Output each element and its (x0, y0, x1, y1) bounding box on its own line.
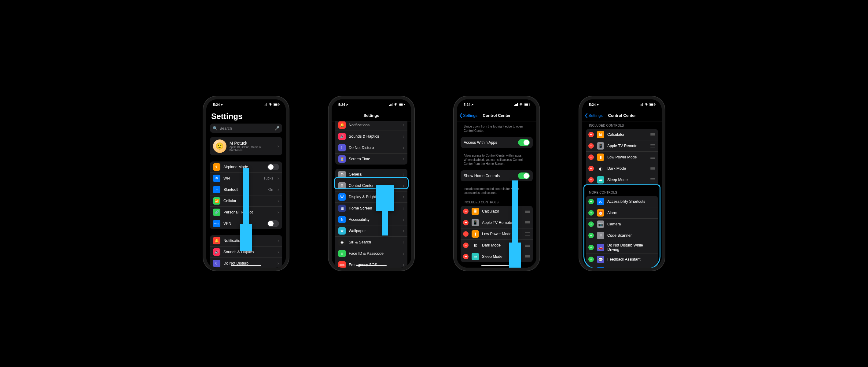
drag-handle-icon[interactable] (525, 232, 530, 235)
control-item[interactable]: −▮Low Power Mode (586, 152, 658, 163)
chevron-icon: › (278, 209, 279, 215)
profile-name: M Potuck (229, 141, 275, 146)
row-label: VPN (223, 221, 265, 226)
home-indicator[interactable] (356, 265, 386, 266)
list-item[interactable]: ⌁BluetoothOn› (210, 184, 282, 195)
control-item[interactable]: −▮Low Power Mode (461, 228, 533, 240)
add-button[interactable]: + (588, 257, 594, 262)
control-item[interactable]: +🔦Flashlight (586, 265, 658, 267)
control-item[interactable]: −🛏Sleep Mode (586, 174, 658, 185)
search-input[interactable]: 🔍 Search 🎤 (210, 123, 282, 133)
add-button[interactable]: + (588, 221, 594, 227)
remove-button[interactable]: − (463, 208, 468, 214)
drag-handle-icon[interactable] (525, 210, 530, 213)
add-button[interactable]: + (588, 210, 594, 216)
add-button[interactable]: + (588, 245, 594, 250)
remove-button[interactable]: − (463, 231, 468, 237)
remove-button[interactable]: − (588, 132, 594, 137)
row-show-home-controls[interactable]: Show Home Controls (461, 170, 533, 181)
row-label: Feedback Assistant (607, 257, 656, 261)
add-button[interactable]: + (588, 199, 594, 204)
control-item[interactable]: +🚗Do Not Disturb While Driving (586, 241, 658, 254)
row-label: Do Not Disturb (349, 146, 400, 150)
list-item[interactable]: 🔔Notifications› (335, 121, 407, 131)
home-indicator[interactable] (231, 265, 261, 266)
list-item[interactable]: 🔔Notifications› (210, 235, 282, 247)
control-item[interactable]: −📱Apple TV Remote (461, 217, 533, 228)
nav-back-button[interactable]: Settings (585, 110, 603, 121)
control-item[interactable]: −📱Apple TV Remote (586, 140, 658, 152)
list-item[interactable]: 🔊Sounds & Haptics› (335, 131, 407, 142)
home-indicator[interactable] (482, 265, 512, 266)
chevron-icon: › (278, 249, 279, 255)
remove-button[interactable]: − (588, 177, 594, 182)
app-icon: 🔗 (213, 208, 220, 216)
list-item[interactable]: 🔊Sounds & Haptics› (210, 247, 282, 258)
desc-home: Include recommended controls for Home ac… (459, 186, 534, 199)
toggle[interactable] (268, 220, 279, 227)
app-icon: ☾ (338, 144, 346, 151)
add-button[interactable]: + (588, 233, 594, 238)
remove-button[interactable]: − (463, 220, 468, 225)
control-item[interactable]: −🖩Calculator (461, 206, 533, 217)
list-item[interactable]: ✈︎Airplane Mode (210, 162, 282, 173)
control-item[interactable]: −🛏Sleep Mode (461, 251, 533, 262)
toggle[interactable] (268, 164, 279, 170)
control-item[interactable]: −🖩Calculator (586, 129, 658, 140)
app-icon: 🔊 (338, 133, 346, 140)
drag-handle-icon[interactable] (525, 221, 530, 224)
drag-handle-icon[interactable] (525, 244, 530, 247)
control-icon: 🖩 (472, 208, 479, 215)
toggle-access-within-apps[interactable] (518, 139, 530, 146)
list-item[interactable]: 🔗Personal Hotspot› (210, 207, 282, 218)
svg-rect-1 (274, 104, 278, 106)
remove-button[interactable]: − (588, 166, 594, 171)
list-item[interactable]: ⏳Screen Time› (335, 153, 407, 165)
control-item[interactable]: −◐Dark Mode (461, 240, 533, 251)
list-item[interactable]: ⚙︎General› (335, 169, 407, 180)
list-item[interactable]: ▦Home Screen› (335, 203, 407, 214)
row-access-within-apps[interactable]: Access Within Apps (461, 137, 533, 148)
drag-handle-icon[interactable] (650, 133, 656, 136)
list-item[interactable]: ✿Wallpaper› (335, 225, 407, 237)
control-icon: ◐ (597, 165, 604, 172)
group-included: −🖩Calculator−📱Apple TV Remote−▮Low Power… (586, 129, 658, 185)
remove-button[interactable]: − (463, 243, 468, 248)
remove-button[interactable]: − (463, 254, 468, 259)
nav-title: Control Center (608, 113, 636, 118)
control-item[interactable]: +📷Camera (586, 219, 658, 230)
drag-handle-icon[interactable] (650, 156, 656, 159)
battery-icon (524, 103, 530, 106)
list-item[interactable]: ☾Do Not Disturb› (335, 142, 407, 153)
control-item[interactable]: +⏰Alarm (586, 207, 658, 219)
list-item[interactable]: 📶Cellular› (210, 195, 282, 207)
list-item[interactable]: ⊞Control Center› (335, 180, 407, 192)
control-icon: 💬 (597, 256, 604, 263)
drag-handle-icon[interactable] (525, 255, 530, 258)
control-item[interactable]: +⌗Code Scanner (586, 230, 658, 241)
list-item[interactable]: ◉Siri & Search› (335, 237, 407, 248)
mic-icon[interactable]: 🎤 (275, 126, 279, 131)
remove-button[interactable]: − (588, 143, 594, 149)
list-item[interactable]: AADisplay & Brightness› (335, 192, 407, 203)
list-item[interactable]: SOSEmergency SOS› (335, 259, 407, 267)
list-item[interactable]: ☺︎Face ID & Passcode› (335, 248, 407, 259)
drag-handle-icon[interactable] (650, 144, 656, 147)
control-item[interactable]: +♿︎Accessibility Shortcuts (586, 196, 658, 207)
toggle-show-home-controls[interactable] (518, 172, 530, 179)
drag-handle-icon[interactable] (650, 167, 656, 170)
control-icon: ◐ (472, 242, 479, 249)
wifi-icon (644, 103, 648, 106)
list-item[interactable]: ≋Wi-FiTucks› (210, 173, 282, 184)
app-icon: ≋ (213, 175, 220, 182)
control-item[interactable]: +💬Feedback Assistant (586, 254, 658, 265)
chevron-icon: › (278, 143, 279, 149)
nav-back-button[interactable]: Settings (459, 110, 477, 121)
control-item[interactable]: −◐Dark Mode (586, 163, 658, 174)
list-item[interactable]: VPNVPN (210, 218, 282, 229)
profile-row[interactable]: 🙂 M Potuck Apple ID, iCloud, Media & Pur… (210, 137, 282, 156)
list-item[interactable]: ☾Do Not Disturb› (210, 258, 282, 267)
remove-button[interactable]: − (588, 154, 594, 160)
drag-handle-icon[interactable] (650, 178, 656, 181)
list-item[interactable]: ♿︎Accessibility› (335, 214, 407, 225)
